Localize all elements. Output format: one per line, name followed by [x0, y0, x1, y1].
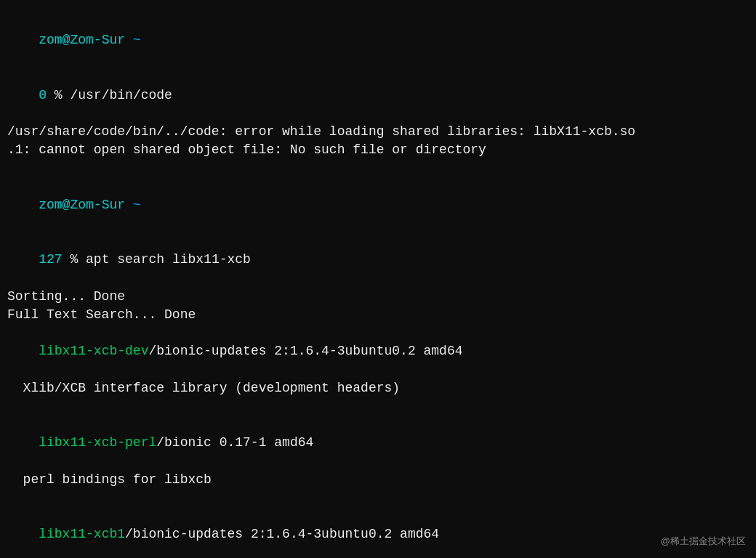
empty-3: [7, 489, 749, 507]
prompt-line-1: zom@Zom-Sur ~: [7, 13, 749, 68]
pkg-line-1: libx11-xcb-dev/bionic-updates 2:1.6.4-3u…: [7, 324, 749, 379]
output-fulltext: Full Text Search... Done: [7, 306, 749, 324]
pkg-rest-1: /bionic-updates 2:1.6.4-3ubuntu0.2 amd64: [148, 344, 462, 358]
exit-code-1: 0: [39, 88, 47, 102]
error-line-1: /usr/share/code/bin/../code: error while…: [7, 123, 749, 141]
prompt-user-2: zom@Zom-Sur: [39, 198, 125, 212]
watermark: @稀土掘金技术社区: [661, 535, 746, 548]
pkg-desc-1: Xlib/XCB interface library (development …: [7, 379, 749, 397]
command-line-1: 0 % /usr/bin/code: [7, 68, 749, 124]
prompt-user-1: zom@Zom-Sur: [39, 33, 125, 47]
pkg-rest-2: /bionic 0.17-1 amd64: [156, 435, 313, 450]
prompt-tilde-2: ~: [133, 198, 141, 212]
exit-code-2: 127: [39, 252, 62, 267]
pkg-name-3: libx11-xcb1: [39, 527, 125, 541]
pkg-line-3: libx11-xcb1/bionic-updates 2:1.6.4-3ubun…: [7, 507, 749, 558]
pkg-name-2: libx11-xcb-perl: [39, 435, 156, 450]
prompt-line-2: zom@Zom-Sur ~: [7, 178, 749, 233]
command-text-1: /usr/bin/code: [70, 88, 172, 102]
error-line-2: .1: cannot open shared object file: No s…: [7, 141, 749, 159]
command-text-2: apt search libx11-xcb: [86, 252, 251, 267]
pkg-name-1: libx11-xcb-dev: [39, 344, 148, 358]
pkg-rest-3: /bionic-updates 2:1.6.4-3ubuntu0.2 amd64: [125, 527, 439, 541]
empty-2: [7, 397, 749, 416]
output-sorting: Sorting... Done: [7, 288, 749, 306]
terminal: zom@Zom-Sur ~ 0 % /usr/bin/code /usr/sha…: [0, 0, 756, 558]
empty-1: [7, 160, 749, 178]
command-line-2: 127 % apt search libx11-xcb: [7, 232, 749, 288]
prompt-tilde-1: ~: [133, 33, 141, 47]
pkg-line-2: libx11-xcb-perl/bionic 0.17-1 amd64: [7, 416, 749, 471]
pkg-desc-2: perl bindings for libxcb: [7, 471, 749, 489]
